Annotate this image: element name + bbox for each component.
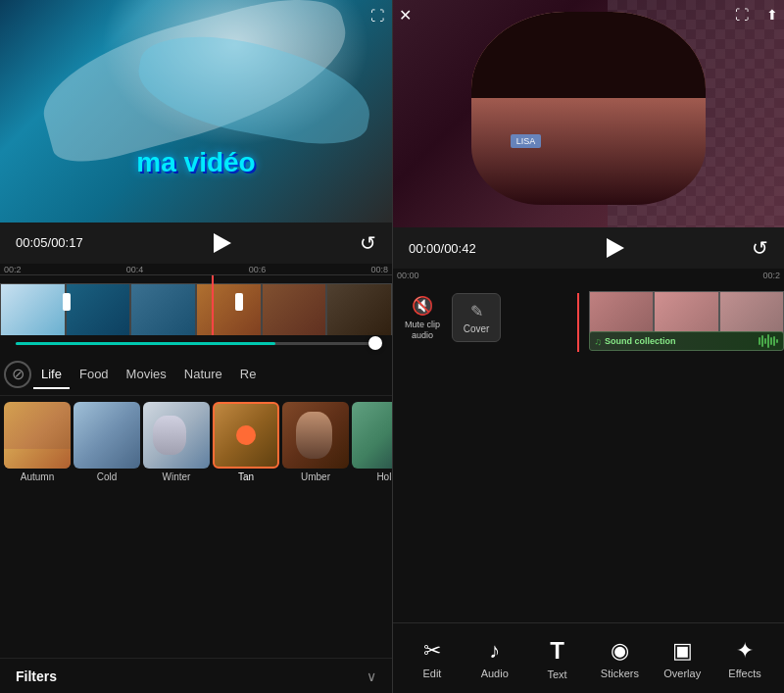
left-bottom-panel: ⊘ Life Food Movies Nature Re Autumn Cold (0, 353, 392, 693)
right-mark-0: 00:00 (397, 271, 419, 280)
timeline-marks-container: 00:2 00:4 00:6 00:8 (4, 265, 388, 274)
left-timeline-ruler: 00:2 00:4 00:6 00:8 (0, 264, 392, 275)
right-clip-area[interactable]: 🔇 Mute clipaudio ✎ Cover ♫ Sound collect… (393, 283, 784, 353)
sound-collection-strip[interactable]: ♫ Sound collection (589, 331, 785, 351)
editor-toolbar: ✂ Edit ♪ Audio T Text ◉ Stickers ▣ Overl… (393, 622, 784, 693)
clip-marker-2 (235, 293, 243, 311)
right-controls-bar: 00:00/00:42 ↺ (393, 227, 784, 269)
toolbar-audio-item[interactable]: ♪ Audio (467, 638, 521, 679)
filter-categories-bar: ⊘ Life Food Movies Nature Re (0, 353, 392, 396)
filter-category-life[interactable]: Life (33, 363, 70, 385)
filters-title-bar: Filters ∨ (0, 658, 392, 693)
volume-slider-thumb[interactable] (368, 336, 382, 350)
filter-thumbnails-row: Autumn Cold Winter Tan (0, 396, 392, 658)
mute-clip-label: Mute clipaudio (405, 320, 440, 341)
person-hair (471, 12, 706, 99)
mute-clip-button[interactable]: 🔇 Mute clipaudio (401, 295, 444, 341)
filter-label-holi: Holi (376, 471, 392, 482)
filter-thumb-holi[interactable]: Holi (352, 402, 392, 652)
right-bottom-spacer (393, 353, 784, 622)
toolbar-overlay-item[interactable]: ▣ Overlay (656, 638, 710, 679)
text-label: Text (547, 668, 566, 680)
toolbar-edit-item[interactable]: ✂ Edit (405, 638, 459, 679)
filter-thumb-winter[interactable]: Winter (143, 402, 210, 652)
toolbar-effects-item[interactable]: ✦ Effects (718, 638, 772, 679)
clip-thumb-2[interactable] (66, 283, 131, 335)
right-playhead-cursor (577, 293, 579, 352)
filters-chevron-down-icon[interactable]: ∨ (367, 668, 376, 684)
left-clip-strip-area[interactable] (0, 275, 392, 335)
clip-thumb-6[interactable] (326, 283, 392, 335)
clip-marker-1 (63, 293, 71, 311)
timeline-mark-1: 00:4 (126, 265, 144, 274)
volume-slider-track[interactable] (16, 342, 376, 345)
audio-label: Audio (481, 668, 509, 679)
filter-label-umber: Umber (301, 471, 330, 482)
filter-label-cold: Cold (97, 471, 118, 482)
stickers-label: Stickers (601, 668, 639, 679)
filter-category-food[interactable]: Food (72, 363, 117, 385)
filter-thumb-tan[interactable]: Tan (213, 402, 279, 652)
expand-right-icon[interactable]: ⛶ (735, 6, 749, 24)
edit-label: Edit (422, 668, 441, 679)
right-play-triangle-icon (607, 238, 624, 258)
timeline-mark-3: 00:8 (370, 265, 388, 274)
share-right-button[interactable]: ⬆ (766, 6, 778, 24)
timeline-mark-0: 00:2 (4, 265, 22, 274)
filter-thumb-autumn[interactable]: Autumn (4, 402, 71, 652)
right-timeline-ruler: 00:00 00:2 (393, 269, 784, 282)
toolbar-text-item[interactable]: T Text (530, 637, 584, 680)
effects-label: Effects (728, 668, 760, 679)
no-filter-button[interactable]: ⊘ (4, 361, 31, 388)
right-play-button[interactable] (599, 233, 628, 263)
right-undo-button[interactable]: ↺ (752, 236, 768, 260)
audio-icon: ♪ (489, 638, 500, 664)
tan-dot-icon (236, 425, 256, 445)
overlay-icon: ▣ (672, 638, 693, 664)
cover-icon: ✎ (470, 302, 483, 321)
cover-button[interactable]: ✎ Cover (452, 293, 501, 342)
volume-slider-fill (16, 342, 275, 345)
right-editor-panel: LISA ✕ ⛶ ⬆ 00:00/00:42 ↺ 00:00 00:2 (392, 0, 784, 353)
clip-thumb-5[interactable] (262, 283, 327, 335)
filters-title-text: Filters (16, 668, 57, 684)
filter-thumb-img-umber (282, 402, 349, 469)
edit-icon: ✂ (423, 638, 441, 664)
filter-thumb-cold[interactable]: Cold (74, 402, 140, 652)
left-undo-button[interactable]: ↺ (360, 231, 376, 255)
clip-thumb-1[interactable] (0, 283, 66, 335)
filter-label-autumn: Autumn (21, 471, 54, 482)
filter-thumb-img-holi (352, 402, 392, 469)
volume-slider-area[interactable] (0, 335, 392, 353)
timeline-mark-2: 00:6 (249, 265, 267, 274)
filter-thumb-img-winter (143, 402, 210, 469)
clip-playhead-cursor (212, 275, 214, 335)
expand-left-icon[interactable]: ⛶ (370, 8, 384, 24)
right-preview-area: LISA ✕ ⛶ ⬆ (393, 0, 784, 227)
filter-label-tan: Tan (238, 471, 254, 482)
effects-icon: ✦ (736, 638, 754, 664)
toolbar-stickers-item[interactable]: ◉ Stickers (593, 638, 647, 679)
right-timeline-marks: 00:00 00:2 (397, 271, 780, 280)
left-editor-panel: ma vidéo ⛶ 00:05/00:17 ↺ 00:2 00:4 00:6 … (0, 0, 392, 353)
play-triangle-icon (214, 233, 231, 253)
filter-thumb-img-cold (74, 402, 140, 469)
video-text-overlay: ma vidéo (136, 147, 255, 178)
filter-category-movies[interactable]: Movies (119, 363, 174, 385)
mute-icon: 🔇 (412, 295, 433, 317)
clip-thumb-3[interactable] (130, 283, 196, 335)
filter-thumb-img-autumn (4, 402, 71, 469)
sound-waveform (759, 334, 778, 348)
overlay-label: Overlay (663, 668, 701, 679)
clip-thumb-4[interactable] (196, 283, 262, 335)
text-icon: T (550, 637, 564, 665)
close-preview-button[interactable]: ✕ (399, 6, 412, 25)
filter-category-re[interactable]: Re (232, 363, 265, 385)
filter-category-nature[interactable]: Nature (176, 363, 230, 385)
right-mark-1: 00:2 (762, 271, 780, 280)
person-face (471, 12, 706, 205)
sound-collection-label: Sound collection (605, 336, 676, 346)
sound-collection-icon: ♫ (595, 336, 603, 347)
filter-thumb-umber[interactable]: Umber (282, 402, 349, 652)
left-play-button[interactable] (207, 228, 236, 258)
